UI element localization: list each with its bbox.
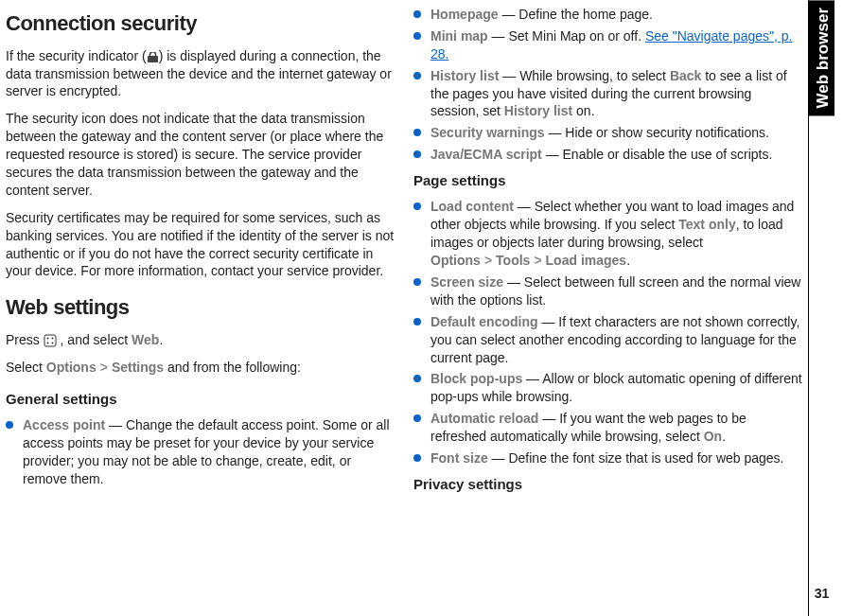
label-history-list-inline: History list — [504, 103, 572, 118]
label-java-ecma: Java/ECMA script — [430, 147, 542, 162]
bullet-icon — [413, 72, 421, 79]
label-text-only: Text only — [678, 217, 735, 232]
menu-key-icon — [44, 334, 57, 347]
label-load-images: Load images — [546, 253, 627, 268]
text-fragment: . — [159, 332, 163, 347]
heading-web-settings: Web settings — [6, 293, 395, 322]
li-text: Block pop-ups — Allow or block automatic… — [430, 370, 802, 406]
text-fragment: Select — [6, 360, 46, 375]
label-settings: Settings — [112, 360, 164, 375]
side-tab-label: Web browser — [809, 0, 834, 115]
li-text: Security warnings — Hide or show securit… — [430, 124, 802, 142]
heading-connection-security: Connection security — [6, 9, 395, 38]
list-item: Screen size — Select between full screen… — [413, 273, 802, 309]
text-fragment: — Enable or disable the use of scripts. — [542, 147, 773, 162]
list-item: Font size — Define the font size that is… — [413, 449, 802, 467]
text-fragment: Press — [6, 332, 44, 347]
para-press-select: Press , and select Web. — [6, 331, 395, 349]
bullet-icon — [413, 454, 421, 462]
bullet-icon — [413, 375, 421, 382]
li-text: Font size — Define the font size that is… — [430, 449, 802, 467]
li-text: Java/ECMA script — Enable or disable the… — [430, 146, 802, 164]
bullet-icon — [413, 318, 421, 326]
label-on: On — [704, 429, 722, 444]
li-text: Access point — Change the default access… — [23, 416, 395, 488]
li-text: Automatic reload — If you want the web p… — [430, 410, 802, 446]
list-item: Block pop-ups — Allow or block automatic… — [413, 370, 802, 406]
chevron-right-icon: > — [481, 253, 496, 268]
label-security-warnings: Security warnings — [430, 125, 545, 140]
lock-icon — [147, 52, 159, 62]
list-item: Security warnings — Hide or show securit… — [413, 124, 802, 142]
li-text: History list — While browsing, to select… — [430, 67, 802, 121]
svg-point-2 — [46, 338, 48, 340]
li-text: Homepage — Define the home page. — [430, 6, 802, 24]
li-text: Load content — Select whether you want t… — [430, 198, 802, 270]
label-default-encoding: Default encoding — [430, 314, 538, 329]
subhead-privacy-settings: Privacy settings — [413, 475, 802, 494]
bullet-icon — [413, 32, 421, 40]
bullet-icon — [413, 150, 421, 158]
list-item: Load content — Select whether you want t… — [413, 198, 802, 270]
svg-point-3 — [51, 338, 53, 340]
label-mini-map: Mini map — [430, 28, 488, 44]
list-general-settings-continued: Homepage — Define the home page. Mini ma… — [413, 6, 802, 167]
list-item: Default encoding — If text characters ar… — [413, 313, 802, 367]
li-text: Screen size — Select between full screen… — [430, 273, 802, 309]
left-column: Connection security If the security indi… — [0, 0, 404, 616]
label-block-popups: Block pop-ups — [430, 371, 522, 386]
label-options-inline: Options — [430, 253, 481, 268]
bullet-icon — [413, 10, 421, 18]
list-item: Access point — Change the default access… — [6, 416, 395, 488]
chevron-right-icon: > — [97, 360, 112, 375]
list-item: Mini map — Set Mini Map on or off. See "… — [413, 27, 802, 63]
text-fragment: — While browsing, to select — [499, 68, 670, 83]
li-text: Mini map — Set Mini Map on or off. See "… — [430, 27, 802, 63]
list-general-settings: Access point — Change the default access… — [6, 416, 395, 492]
bullet-icon — [6, 421, 13, 429]
text-fragment: — Hide or show security notifications. — [545, 125, 769, 140]
side-tab: Web browser 31 — [808, 0, 834, 616]
text-fragment: . — [722, 429, 726, 444]
svg-rect-1 — [44, 335, 56, 346]
text-fragment: . — [626, 253, 630, 268]
right-column: Homepage — Define the home page. Mini ma… — [404, 0, 808, 616]
svg-point-5 — [51, 343, 53, 344]
para-security-indicator: If the security indicator () is displaye… — [6, 47, 395, 101]
chevron-right-icon: > — [530, 253, 545, 268]
label-font-size: Font size — [430, 450, 488, 466]
list-item: History list — While browsing, to select… — [413, 67, 802, 121]
list-item: Java/ECMA script — Enable or disable the… — [413, 146, 802, 164]
para-security-icon-note: The security icon does not indicate that… — [6, 110, 395, 199]
subhead-page-settings: Page settings — [413, 171, 802, 190]
li-text: Default encoding — If text characters ar… — [430, 313, 802, 367]
svg-rect-0 — [148, 56, 158, 62]
subhead-general-settings: General settings — [6, 390, 395, 409]
label-web: Web — [132, 332, 159, 347]
list-item: Homepage — Define the home page. — [413, 6, 802, 24]
para-select-options: Select Options>Settings and from the fol… — [6, 359, 395, 377]
label-load-content: Load content — [430, 199, 514, 214]
label-tools: Tools — [496, 253, 530, 268]
text-fragment: on. — [572, 103, 594, 118]
label-back: Back — [670, 68, 701, 83]
label-access-point: Access point — [23, 417, 105, 432]
label-history-list: History list — [430, 68, 499, 83]
text-fragment: , and select — [57, 332, 132, 347]
label-options: Options — [46, 360, 97, 375]
bullet-icon — [413, 129, 421, 136]
text-fragment: — Define the font size that is used for … — [488, 450, 784, 466]
label-automatic-reload: Automatic reload — [430, 411, 538, 426]
page-number: 31 — [815, 585, 830, 616]
bullet-icon — [413, 414, 421, 422]
text-fragment: If the security indicator ( — [6, 48, 147, 63]
para-certificates: Security certificates may be required fo… — [6, 209, 395, 281]
label-homepage: Homepage — [430, 7, 499, 22]
label-screen-size: Screen size — [430, 274, 503, 290]
list-item: Automatic reload — If you want the web p… — [413, 410, 802, 446]
bullet-icon — [413, 278, 421, 286]
svg-point-4 — [46, 343, 48, 344]
bullet-icon — [413, 202, 421, 210]
text-fragment: and from the following: — [164, 360, 301, 375]
text-fragment: — Set Mini Map on or off. — [488, 28, 645, 44]
